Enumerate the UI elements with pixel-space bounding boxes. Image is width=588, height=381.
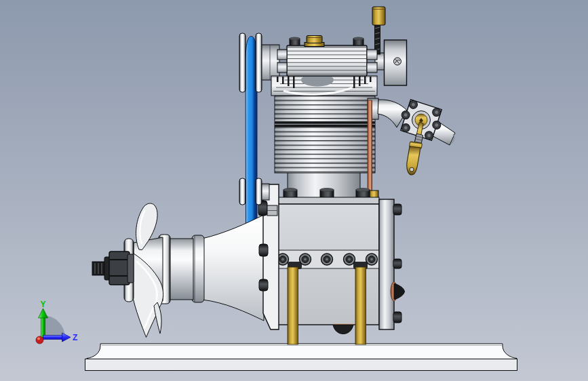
vent-boss-left xyxy=(290,37,300,45)
needle-valve-knob[interactable] xyxy=(372,7,385,25)
oil-filler-cap[interactable] xyxy=(305,36,324,47)
crankcase-deck xyxy=(275,197,379,204)
axis-y-label: Y xyxy=(40,300,45,309)
rocker-boss-left-upper xyxy=(277,49,287,60)
rocker-boss-right-upper xyxy=(367,49,377,60)
vent-boss-right xyxy=(353,37,364,45)
model-canvas[interactable]: Y Z xyxy=(0,0,588,381)
cylinder-head[interactable] xyxy=(271,74,377,96)
cylinder-fins[interactable] xyxy=(275,95,375,173)
rocker-boss-right-lower xyxy=(367,62,377,73)
pushrod-tube[interactable] xyxy=(368,100,372,193)
drive-belt[interactable] xyxy=(246,37,257,243)
display-base[interactable] xyxy=(85,344,517,371)
prop-shaft[interactable] xyxy=(159,235,204,304)
axis-z-label: Z xyxy=(73,333,77,342)
cad-viewport[interactable]: Y Z xyxy=(0,0,588,381)
axis-x-origin[interactable] xyxy=(36,336,43,344)
rocker-boss-left-lower xyxy=(277,62,287,73)
